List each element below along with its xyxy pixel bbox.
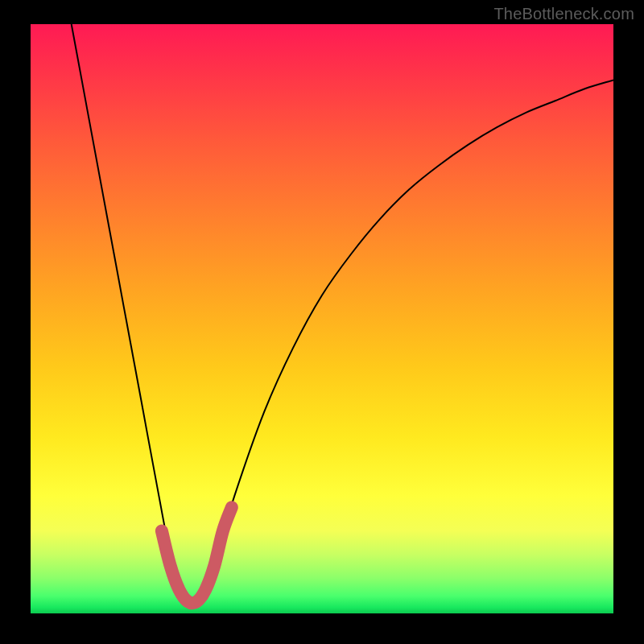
curve-layer	[31, 24, 613, 613]
trough-highlight-path	[162, 507, 232, 603]
attribution-label: TheBottleneck.com	[493, 5, 634, 23]
bottleneck-curve-path	[72, 24, 613, 601]
plot-area	[31, 24, 613, 613]
chart-frame: TheBottleneck.com	[0, 0, 644, 644]
